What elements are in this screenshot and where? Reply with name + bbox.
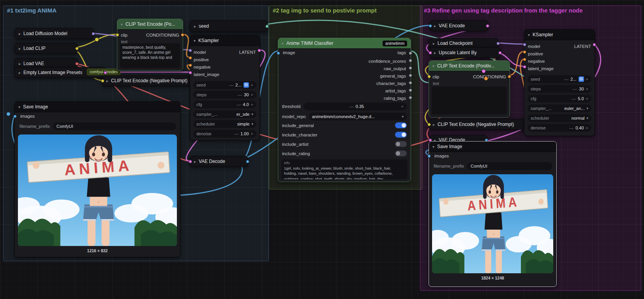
collapse-icon[interactable]: ▸ — [194, 159, 196, 164]
steps-widget[interactable]: steps — 30 + — [528, 85, 591, 93]
increment-icon[interactable]: + — [586, 96, 588, 101]
node-anime-timm-classifier[interactable]: ▾ Anime TIMM Classifier animetimm image … — [278, 38, 411, 182]
input-slot-latent-image[interactable] — [523, 65, 526, 69]
filename-prefix-input[interactable]: ComfyUI — [53, 122, 176, 130]
link-reroute-dot[interactable] — [482, 69, 486, 73]
randomize-seed-icon[interactable]: ⚄ — [579, 76, 584, 82]
collapse-icon[interactable]: ▸ — [106, 79, 108, 83]
group-title-2[interactable]: #2 tag img to send to postivie prompt — [273, 7, 377, 14]
node-header[interactable]: ▾ Save Image — [15, 102, 180, 112]
decrement-icon[interactable]: — — [349, 104, 354, 109]
input-slot-samples[interactable] — [189, 160, 192, 163]
input-slot-samples[interactable] — [429, 51, 432, 55]
include-rating-toggle[interactable] — [395, 150, 407, 156]
denoise-widget[interactable]: denoise — 0.40 + — [528, 124, 591, 132]
prompt-textarea[interactable] — [432, 87, 507, 115]
increment-icon[interactable]: + — [251, 131, 253, 136]
node-header[interactable]: ▾ CLIP Text Encode (Positiv... — [429, 61, 510, 71]
output-slot-raw-output[interactable] — [409, 66, 412, 70]
output-slot-image[interactable] — [246, 160, 249, 163]
node-header[interactable]: ▾ Anime TIMM Classifier animetimm — [278, 38, 411, 49]
output-slot-latent[interactable] — [104, 71, 107, 74]
node-canvas[interactable]: ANIMA #1 txt2img ANIMA #2 tag — [0, 0, 644, 299]
link-reroute-dot[interactable] — [484, 76, 488, 81]
node-empty-latent-image-presets[interactable]: ▸ Empty Latent Image Presets comfyui-kjn… — [14, 67, 106, 78]
seed-widget[interactable]: seed — 2... ⚄ + — [528, 75, 591, 83]
node-clip-text-encode-negative-1[interactable]: ▸ CLIP Text Encode (Negative Prompt) — [102, 75, 201, 86]
node-upscale-latent-by[interactable]: ▸ Upscale Latent By — [430, 47, 501, 58]
collapse-icon[interactable]: ▾ — [18, 105, 20, 109]
threshold-slider[interactable]: — 0.35 + — [303, 103, 407, 110]
output-slot-clip[interactable] — [75, 47, 79, 50]
node-clip-text-encode-negative-2[interactable]: ▸ CLIP Text Encode (Negative Prompt) — [429, 119, 529, 130]
node-clip-text-encode-positive-2[interactable]: ▾ CLIP Text Encode (Positiv... clip COND… — [429, 60, 510, 118]
increment-icon[interactable]: + — [586, 126, 588, 130]
output-slot-latent[interactable] — [486, 24, 489, 28]
group-title-1[interactable]: #1 txt2img ANIMA — [7, 7, 56, 14]
decrement-icon[interactable]: — — [572, 96, 576, 101]
output-slot-character-tags[interactable] — [409, 81, 412, 85]
sampler-select[interactable]: sampler_... euler_an... ▾ — [528, 104, 591, 112]
output-slot-confidence-scores[interactable] — [409, 59, 412, 62]
node-clip-text-encode-positive-1[interactable]: ▾ CLIP Text Encode (Po... clip CONDITION… — [117, 19, 183, 71]
sampler-select[interactable]: sampler_... er_sde ▾ — [193, 110, 256, 118]
node-load-clip[interactable]: ▸ Load CLIP — [14, 43, 78, 54]
link-reroute-dot[interactable] — [6, 112, 11, 116]
image-preview[interactable] — [18, 134, 177, 246]
collapse-icon[interactable]: ▸ — [19, 71, 21, 75]
output-slot-tags[interactable] — [409, 51, 412, 55]
prompt-textarea[interactable]: masterpiece, best quality, score_7, safe… — [120, 43, 180, 68]
randomize-seed-icon[interactable]: ⚄ — [243, 82, 249, 88]
decrement-icon[interactable]: — — [236, 102, 241, 107]
cfg-widget[interactable]: cfg — 4.0 + — [193, 101, 256, 108]
input-slot-images[interactable] — [427, 154, 431, 158]
output-slot-general-tags[interactable] — [409, 74, 412, 77]
decrement-icon[interactable]: — — [573, 87, 577, 91]
collapse-icon[interactable]: ▾ — [282, 41, 284, 46]
decrement-icon[interactable]: — — [238, 92, 242, 97]
node-ksampler-1[interactable]: ▾ KSampler model LATENT positive negativ… — [190, 35, 260, 140]
image-preview[interactable] — [432, 174, 553, 273]
input-slot-clip[interactable] — [101, 79, 104, 83]
output-slot-latent[interactable] — [593, 43, 596, 46]
output-slot-latent[interactable] — [258, 49, 261, 52]
collapse-icon[interactable]: ▸ — [433, 122, 435, 127]
output-slot-vae[interactable] — [75, 62, 79, 65]
output-slot-conditioning[interactable] — [508, 75, 511, 78]
include-character-toggle[interactable] — [395, 132, 407, 138]
node-vae-decode-1[interactable]: ▸ VAE Decode — [190, 156, 248, 167]
input-slot-positive[interactable] — [189, 56, 192, 60]
input-slot-clip[interactable] — [427, 75, 431, 78]
collapse-icon[interactable]: ▸ — [19, 32, 21, 36]
increment-icon[interactable]: + — [251, 92, 253, 97]
steps-widget[interactable]: steps — 30 + — [193, 91, 256, 99]
increment-icon[interactable]: + — [251, 83, 253, 87]
decrement-icon[interactable]: — — [234, 131, 238, 136]
input-slot-negative[interactable] — [523, 58, 526, 61]
node-load-diffusion-model[interactable]: ▸ Load Diffusion Model — [14, 28, 94, 39]
collapse-icon[interactable]: ▾ — [528, 33, 530, 37]
seed-widget[interactable]: seed — 2... ⚄ + — [193, 81, 256, 89]
node-header[interactable]: ▾ CLIP Text Encode (Po... — [117, 19, 183, 30]
collapse-icon[interactable]: ▾ — [432, 64, 434, 68]
output-slot-artist-tags[interactable] — [409, 88, 412, 92]
scheduler-select[interactable]: scheduler simple ▾ — [193, 120, 256, 128]
filename-prefix-input[interactable]: ComfyUI — [467, 162, 552, 170]
scheduler-select[interactable]: scheduler normal ▾ — [528, 114, 591, 122]
input-slot-positive[interactable] — [523, 50, 526, 54]
collapse-icon[interactable]: ▾ — [194, 39, 196, 43]
group-title-3[interactable]: #3 Refine gen using tag description from… — [424, 7, 583, 14]
input-slot-model[interactable] — [523, 43, 526, 46]
collapse-icon[interactable]: ▾ — [432, 145, 434, 149]
output-slot-model[interactable] — [496, 42, 500, 45]
node-seed[interactable]: ▸ seed — [190, 20, 268, 32]
decrement-icon[interactable]: — — [564, 77, 568, 81]
info-output-box[interactable]: info 1girl, solo, looking_at_viewer, blu… — [281, 159, 408, 179]
output-slot-rating-tags[interactable] — [409, 96, 412, 99]
input-slot-clip[interactable] — [116, 33, 119, 37]
collapse-icon[interactable]: ▸ — [433, 41, 435, 46]
decrement-icon[interactable]: — — [569, 126, 573, 130]
node-save-image-2[interactable]: ▾ Save Image images filename_prefix Comf… — [429, 141, 557, 287]
collapse-icon[interactable]: ▸ — [19, 62, 21, 66]
cfg-widget[interactable]: cfg — 5.0 + — [528, 95, 591, 103]
